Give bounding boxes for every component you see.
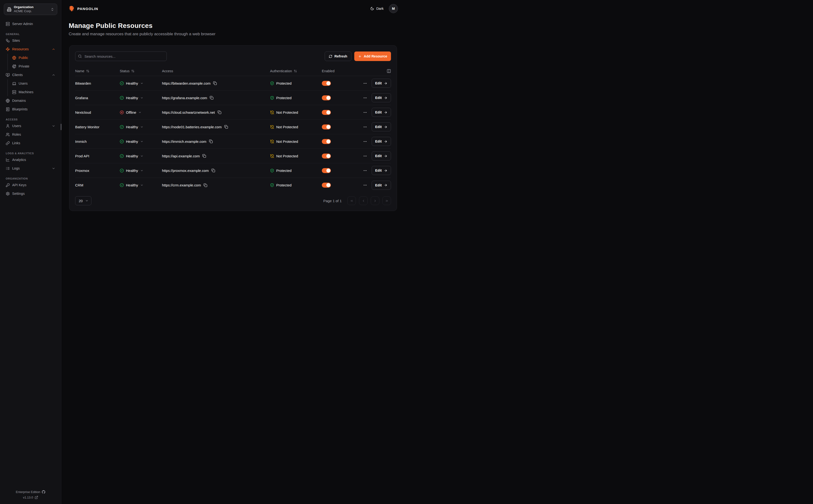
waypoints-icon — [6, 47, 10, 51]
prev-page-button[interactable] — [359, 196, 367, 205]
status-icon — [120, 110, 124, 114]
copy-icon — [213, 81, 217, 85]
copy-url-button[interactable] — [211, 168, 216, 173]
page-size-select[interactable]: 20 — [75, 196, 91, 205]
sidebar-item-domains[interactable]: Domains — [4, 97, 57, 105]
sidebar-item-logs[interactable]: Logs — [4, 164, 57, 172]
edit-button[interactable]: Edit — [372, 137, 391, 146]
row-menu-button[interactable] — [362, 95, 368, 101]
sidebar-item-users[interactable]: Users — [4, 122, 57, 130]
edit-button[interactable]: Edit — [372, 166, 391, 175]
status-cell[interactable]: Healthy — [120, 169, 162, 173]
org-selector[interactable]: Organization ACME Corp. — [4, 4, 57, 15]
enabled-toggle[interactable] — [322, 139, 331, 144]
first-page-button[interactable] — [347, 196, 356, 205]
row-menu-button[interactable] — [362, 168, 368, 174]
add-resource-button[interactable]: Add Resource — [354, 51, 391, 61]
column-settings-button[interactable] — [366, 69, 391, 73]
sidebar-item-label: Domains — [12, 99, 26, 103]
status-cell[interactable]: Healthy — [120, 125, 162, 129]
row-menu-button[interactable] — [362, 139, 368, 144]
refresh-icon — [329, 55, 332, 58]
enabled-toggle[interactable] — [322, 95, 331, 100]
sidebar-item-settings[interactable]: Settings — [4, 190, 57, 198]
header-authentication[interactable]: Authentication — [270, 69, 322, 73]
next-page-button[interactable] — [371, 196, 379, 205]
row-menu-button[interactable] — [362, 80, 368, 86]
sidebar: Organization ACME Corp. Server Admin GEN… — [0, 0, 61, 252]
edit-button[interactable]: Edit — [372, 108, 391, 117]
refresh-button[interactable]: Refresh — [325, 51, 351, 61]
sidebar-item-links[interactable]: Links — [4, 139, 57, 147]
enabled-toggle[interactable] — [322, 81, 331, 86]
header-status[interactable]: Status — [120, 69, 162, 73]
status-cell[interactable]: Healthy — [120, 183, 162, 187]
sidebar-item-label: Public — [19, 56, 28, 60]
sidebar-item-label: Logs — [12, 166, 20, 170]
copy-url-button[interactable] — [217, 110, 222, 115]
table-header-row: Name Status Access Authentication Enable… — [75, 66, 391, 76]
status-cell[interactable]: Healthy — [120, 139, 162, 144]
status-cell[interactable]: Healthy — [120, 96, 162, 100]
enabled-toggle[interactable] — [322, 110, 331, 115]
sidebar-item-label: Private — [19, 64, 29, 68]
copy-url-button[interactable] — [212, 81, 217, 86]
chevron-down-icon — [52, 167, 55, 170]
copy-icon — [224, 125, 228, 129]
auth-shield-icon — [270, 139, 274, 144]
theme-toggle-button[interactable]: Dark — [370, 7, 383, 10]
status-icon — [120, 169, 124, 173]
enabled-toggle[interactable] — [322, 154, 331, 159]
table-row: Prod API Healthy https://api.example.com… — [75, 149, 391, 163]
header-name[interactable]: Name — [75, 69, 120, 73]
brand[interactable]: PANGOLIN — [68, 5, 98, 12]
row-menu-button[interactable] — [362, 109, 368, 115]
status-cell[interactable]: Healthy — [120, 154, 162, 158]
search-input[interactable] — [75, 51, 167, 61]
sidebar-item-resources[interactable]: Resources — [4, 45, 57, 53]
edit-button[interactable]: Edit — [372, 79, 391, 88]
sidebar-item-sites[interactable]: Sites — [4, 36, 57, 45]
sidebar-item-client-users[interactable]: Users — [10, 79, 57, 87]
chevron-down-icon — [52, 124, 55, 128]
enabled-toggle[interactable] — [322, 124, 331, 129]
sort-icon — [294, 69, 297, 73]
last-page-button[interactable] — [382, 196, 391, 205]
status-cell[interactable]: Offline — [120, 110, 162, 114]
copy-url-button[interactable] — [203, 183, 208, 188]
header-access: Access — [162, 69, 270, 73]
sidebar-nav: Server Admin GENERAL Sites Resources Pub… — [0, 15, 61, 198]
sidebar-item-server-admin[interactable]: Server Admin — [4, 20, 57, 28]
status-text: Healthy — [126, 81, 138, 85]
auth-text: Not Protected — [276, 154, 298, 158]
copy-url-button[interactable] — [202, 154, 207, 158]
copy-url-button[interactable] — [209, 95, 214, 100]
edit-button[interactable]: Edit — [372, 181, 391, 190]
copy-url-button[interactable] — [224, 124, 228, 129]
row-menu-button[interactable] — [362, 182, 368, 188]
sidebar-item-label: Server Admin — [12, 22, 33, 26]
sidebar-item-blueprints[interactable]: Blueprints — [4, 105, 57, 113]
row-menu-button[interactable] — [362, 124, 368, 130]
row-menu-button[interactable] — [362, 153, 368, 159]
sidebar-item-private[interactable]: Private — [10, 62, 57, 70]
status-cell[interactable]: Healthy — [120, 81, 162, 85]
edit-button[interactable]: Edit — [372, 122, 391, 131]
enabled-toggle[interactable] — [322, 183, 331, 188]
resources-card: Refresh Add Resource Name Status Access — [69, 45, 397, 211]
search-icon — [78, 54, 82, 58]
edit-button[interactable]: Edit — [372, 151, 391, 160]
sidebar-item-api-keys[interactable]: API Keys — [4, 181, 57, 189]
copy-url-button[interactable] — [208, 139, 213, 144]
enabled-toggle[interactable] — [322, 168, 331, 173]
sidebar-item-public[interactable]: Public — [10, 54, 57, 62]
avatar[interactable]: M — [389, 4, 398, 13]
sidebar-item-analytics[interactable]: Analytics — [4, 156, 57, 164]
copy-icon — [211, 169, 215, 172]
header-enabled: Enabled — [322, 69, 366, 73]
edit-button[interactable]: Edit — [372, 93, 391, 102]
sidebar-item-clients[interactable]: Clients — [4, 71, 57, 79]
sidebar-item-machines[interactable]: Machines — [10, 88, 57, 96]
sidebar-item-roles[interactable]: Roles — [4, 130, 57, 139]
sidebar-scrollbar-thumb[interactable] — [61, 124, 62, 130]
